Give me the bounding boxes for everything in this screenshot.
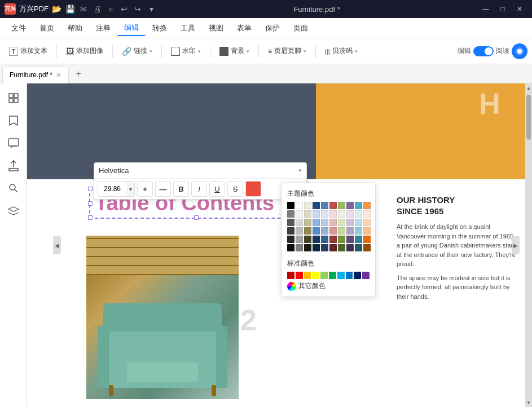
other-color-button[interactable]: 其它颜色 [287, 281, 370, 291]
resize-handle-bl[interactable] [88, 215, 93, 220]
decrease-size-button[interactable]: — [155, 181, 171, 197]
theme-color-swatch[interactable] [287, 244, 294, 251]
theme-color-swatch[interactable] [321, 236, 328, 243]
theme-color-swatch[interactable] [296, 219, 303, 226]
theme-color-swatch[interactable] [321, 219, 328, 226]
theme-color-swatch[interactable] [304, 227, 311, 235]
mode-toggle-switch[interactable] [473, 46, 494, 56]
scrollbar-thumb[interactable] [526, 95, 531, 140]
theme-color-swatch[interactable] [321, 227, 328, 235]
sidebar-search-icon[interactable] [3, 178, 24, 198]
theme-color-swatch[interactable] [346, 227, 354, 235]
theme-color-swatch[interactable] [338, 244, 345, 251]
theme-color-swatch[interactable] [338, 227, 345, 235]
theme-color-swatch[interactable] [346, 219, 354, 226]
bold-button[interactable]: B [173, 181, 189, 197]
std-color-swatch[interactable] [312, 272, 319, 279]
resize-handle-ml[interactable] [88, 201, 93, 206]
theme-color-swatch[interactable] [296, 236, 303, 243]
theme-color-swatch[interactable] [287, 210, 294, 218]
theme-color-swatch[interactable] [346, 236, 354, 243]
theme-color-swatch[interactable] [296, 202, 303, 209]
doc-tab[interactable]: Furniture.pdf * ✕ [2, 67, 69, 83]
theme-color-swatch[interactable] [355, 210, 362, 218]
std-color-swatch[interactable] [337, 272, 345, 279]
scroll-up-arrow[interactable]: ▲ [525, 83, 532, 92]
theme-color-swatch[interactable] [363, 236, 371, 243]
theme-color-swatch[interactable] [321, 210, 328, 218]
font-name-select[interactable]: Helvetica [99, 166, 298, 175]
theme-color-swatch[interactable] [313, 227, 320, 235]
minimize-button[interactable]: — [478, 3, 494, 15]
menu-view[interactable]: 视图 [202, 21, 230, 36]
menu-file[interactable]: 文件 [5, 21, 33, 36]
text-color-button[interactable] [245, 181, 261, 197]
theme-color-swatch[interactable] [287, 227, 294, 235]
sidebar-attachment-icon[interactable] [3, 156, 24, 176]
theme-color-swatch[interactable] [355, 236, 362, 243]
underline-button[interactable]: U [209, 181, 225, 197]
theme-color-swatch[interactable] [329, 219, 337, 226]
add-text-button[interactable]: T 添加文本 [5, 44, 52, 58]
menu-tool[interactable]: 工具 [174, 21, 202, 36]
menu-convert[interactable]: 转换 [146, 21, 174, 36]
theme-color-swatch[interactable] [338, 219, 345, 226]
close-button[interactable]: ✕ [512, 3, 527, 15]
save-icon[interactable]: 💾 [65, 5, 74, 14]
theme-color-swatch[interactable] [363, 219, 371, 226]
italic-button[interactable]: I [191, 181, 207, 197]
font-size-input[interactable] [98, 185, 126, 193]
std-color-swatch[interactable] [320, 272, 328, 279]
theme-color-swatch[interactable] [363, 227, 371, 235]
collapse-right-button[interactable]: ▶ [512, 236, 520, 254]
redo-icon[interactable]: ↪ [133, 5, 142, 14]
menu-page[interactable]: 页面 [287, 21, 315, 36]
down-arrow-icon[interactable]: ▾ [147, 5, 156, 14]
resize-handle-tl[interactable] [88, 187, 93, 191]
theme-color-swatch[interactable] [313, 202, 320, 209]
menu-edit[interactable]: 编辑 [117, 20, 146, 36]
theme-color-swatch[interactable] [287, 219, 294, 226]
menu-comment[interactable]: 注释 [89, 21, 117, 36]
std-color-swatch[interactable] [354, 272, 361, 279]
sidebar-layers-icon[interactable] [3, 201, 24, 221]
theme-color-swatch[interactable] [363, 244, 371, 251]
undo-icon[interactable]: ↩ [120, 5, 129, 14]
theme-color-swatch[interactable] [338, 236, 345, 243]
add-image-button[interactable]: 🖼 添加图像 [61, 44, 108, 58]
std-color-swatch[interactable] [362, 272, 370, 279]
menu-home[interactable]: 首页 [33, 21, 61, 36]
mode-icon-button[interactable] [512, 43, 527, 59]
theme-color-swatch[interactable] [355, 202, 362, 209]
theme-color-swatch[interactable] [296, 244, 303, 251]
watermark-button[interactable]: 水印 ▾ [166, 44, 205, 58]
theme-color-swatch[interactable] [363, 210, 371, 218]
background-button[interactable]: 背景 ▾ [215, 44, 254, 58]
print-icon[interactable]: 🖨 [93, 5, 102, 14]
scroll-down-arrow[interactable]: ▼ [525, 398, 532, 407]
open-folder-icon[interactable]: 📂 [52, 5, 61, 14]
theme-color-swatch[interactable] [338, 202, 345, 209]
tab-close-icon[interactable]: ✕ [56, 71, 61, 79]
theme-color-swatch[interactable] [287, 236, 294, 243]
theme-color-swatch[interactable] [296, 210, 303, 218]
theme-color-swatch[interactable] [346, 244, 354, 251]
sidebar-comment-icon[interactable] [3, 133, 24, 153]
theme-color-swatch[interactable] [313, 210, 320, 218]
theme-color-swatch[interactable] [346, 210, 354, 218]
theme-color-swatch[interactable] [329, 227, 337, 235]
theme-color-swatch[interactable] [296, 227, 303, 235]
theme-color-swatch[interactable] [321, 244, 328, 251]
theme-color-swatch[interactable] [287, 202, 294, 209]
theme-color-swatch[interactable] [355, 227, 362, 235]
link-button[interactable]: 🔗 链接 ▾ [117, 44, 157, 58]
std-color-swatch[interactable] [296, 272, 303, 279]
std-color-swatch[interactable] [346, 272, 353, 279]
sidebar-bookmark-icon[interactable] [3, 110, 24, 131]
header-footer-button[interactable]: ≡ 页眉页脚 ▾ [263, 44, 311, 58]
theme-color-swatch[interactable] [304, 244, 311, 251]
theme-color-swatch[interactable] [329, 244, 337, 251]
tab-add-button[interactable]: + [71, 67, 86, 81]
theme-color-swatch[interactable] [304, 202, 311, 209]
strikethrough-button[interactable]: S [227, 181, 243, 197]
